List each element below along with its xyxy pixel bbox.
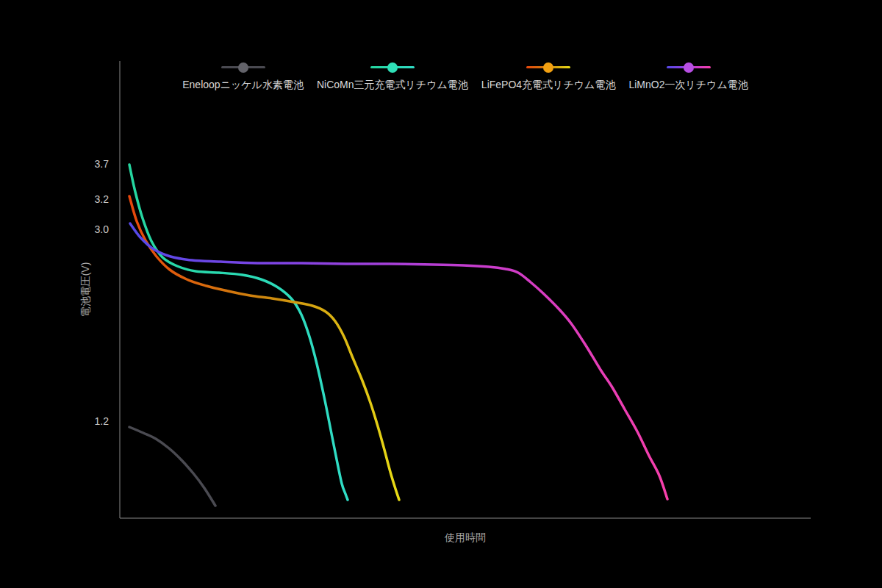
- legend-line-dot-icon: [667, 62, 711, 73]
- legend-line-dot-icon: [526, 62, 570, 73]
- legend-item-eneloop[interactable]: Eneloopニッケル水素電池: [182, 62, 304, 90]
- y-tick-3-2: 3.2: [0, 194, 109, 204]
- legend-dot-icon: [543, 62, 553, 73]
- legend-label-limno2: LiMnO2一次リチウム電池: [628, 79, 747, 90]
- legend-line-dot-icon: [221, 62, 265, 73]
- legend-dot-icon: [684, 62, 694, 73]
- y-tick-3-0: 3.0: [0, 224, 109, 234]
- legend-label-eneloop: Eneloopニッケル水素電池: [182, 79, 304, 90]
- series-curve-0: [129, 427, 215, 506]
- x-axis-title: 使用時間: [445, 532, 486, 542]
- series-curve-1: [129, 165, 348, 500]
- legend-item-lifepo4[interactable]: LiFePO4充電式リチウム電池: [481, 62, 616, 90]
- legend-label-lifepo4: LiFePO4充電式リチウム電池: [481, 79, 616, 90]
- y-tick-3-7: 3.7: [0, 159, 109, 169]
- legend-item-limno2[interactable]: LiMnO2一次リチウム電池: [628, 62, 747, 90]
- battery-discharge-chart: Eneloopニッケル水素電池 NiCoMn三元充電式リチウム電池 LiFePO…: [0, 0, 882, 588]
- legend-line-dot-icon: [370, 62, 415, 73]
- legend-dot-icon: [238, 62, 248, 73]
- legend-dot-icon: [387, 62, 398, 73]
- y-tick-1-2: 1.2: [0, 416, 109, 426]
- legend-item-nicomn[interactable]: NiCoMn三元充電式リチウム電池: [317, 62, 468, 90]
- series-curve-2: [129, 196, 399, 500]
- series-curve-3: [130, 223, 667, 499]
- y-axis-title: 電池電圧(V): [80, 262, 90, 318]
- legend: Eneloopニッケル水素電池 NiCoMn三元充電式リチウム電池 LiFePO…: [120, 62, 811, 90]
- legend-label-nicomn: NiCoMn三元充電式リチウム電池: [317, 79, 468, 90]
